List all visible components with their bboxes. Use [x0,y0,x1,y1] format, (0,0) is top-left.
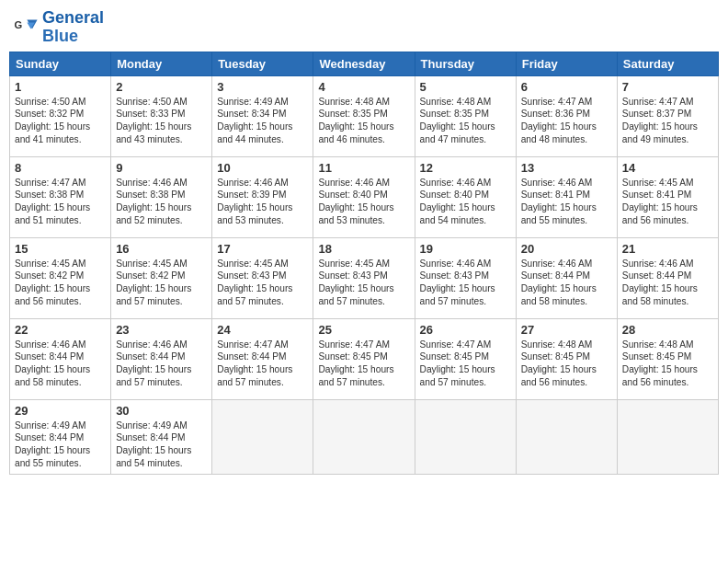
col-wednesday: Wednesday [313,52,415,75]
logo: G General Blue [13,9,104,46]
week-row-1: 1 Sunrise: 4:50 AM Sunset: 8:32 PM Dayli… [10,75,719,156]
day-info: Sunrise: 4:45 AM Sunset: 8:41 PM Dayligh… [622,177,713,227]
day-info: Sunrise: 4:46 AM Sunset: 8:40 PM Dayligh… [420,177,511,227]
day-number: 29 [15,404,106,418]
day-number: 7 [622,80,713,94]
day-info: Sunrise: 4:49 AM Sunset: 8:44 PM Dayligh… [15,419,106,470]
calendar-cell: 2 Sunrise: 4:50 AM Sunset: 8:33 PM Dayli… [111,75,212,156]
day-info: Sunrise: 4:46 AM Sunset: 8:39 PM Dayligh… [217,177,308,227]
day-number: 12 [420,161,511,175]
week-row-4: 22 Sunrise: 4:46 AM Sunset: 8:44 PM Dayl… [10,318,719,399]
calendar-cell: 15 Sunrise: 4:45 AM Sunset: 8:42 PM Dayl… [10,237,111,318]
day-number: 15 [15,242,106,256]
calendar-cell [617,399,718,474]
day-number: 18 [318,242,409,256]
calendar-cell: 18 Sunrise: 4:45 AM Sunset: 8:43 PM Dayl… [313,237,415,318]
day-number: 2 [116,80,207,94]
day-info: Sunrise: 4:47 AM Sunset: 8:38 PM Dayligh… [15,177,106,227]
week-row-2: 8 Sunrise: 4:47 AM Sunset: 8:38 PM Dayli… [10,156,719,237]
day-info: Sunrise: 4:46 AM Sunset: 8:41 PM Dayligh… [521,177,612,227]
day-info: Sunrise: 4:48 AM Sunset: 8:45 PM Dayligh… [521,339,612,389]
calendar-cell: 20 Sunrise: 4:46 AM Sunset: 8:44 PM Dayl… [516,237,617,318]
day-number: 3 [217,80,308,94]
day-info: Sunrise: 4:46 AM Sunset: 8:44 PM Dayligh… [116,339,207,389]
day-number: 1 [15,80,106,94]
day-number: 16 [116,242,207,256]
calendar-cell: 24 Sunrise: 4:47 AM Sunset: 8:44 PM Dayl… [212,318,313,399]
calendar-cell: 27 Sunrise: 4:48 AM Sunset: 8:45 PM Dayl… [516,318,617,399]
calendar-cell: 13 Sunrise: 4:46 AM Sunset: 8:41 PM Dayl… [516,156,617,237]
week-row-5: 29 Sunrise: 4:49 AM Sunset: 8:44 PM Dayl… [10,399,719,474]
calendar: Sunday Monday Tuesday Wednesday Thursday… [9,52,719,475]
day-info: Sunrise: 4:45 AM Sunset: 8:42 PM Dayligh… [15,258,106,308]
day-number: 13 [521,161,612,175]
col-friday: Friday [516,52,617,75]
day-number: 22 [15,323,106,337]
calendar-cell: 14 Sunrise: 4:45 AM Sunset: 8:41 PM Dayl… [617,156,718,237]
logo-text: General Blue [42,9,104,46]
day-number: 11 [318,161,409,175]
day-info: Sunrise: 4:46 AM Sunset: 8:44 PM Dayligh… [622,258,713,308]
day-info: Sunrise: 4:47 AM Sunset: 8:45 PM Dayligh… [318,339,409,389]
day-info: Sunrise: 4:46 AM Sunset: 8:43 PM Dayligh… [420,258,511,308]
day-number: 19 [420,242,511,256]
calendar-cell: 30 Sunrise: 4:49 AM Sunset: 8:44 PM Dayl… [111,399,212,474]
day-info: Sunrise: 4:46 AM Sunset: 8:44 PM Dayligh… [15,339,106,389]
day-info: Sunrise: 4:46 AM Sunset: 8:38 PM Dayligh… [116,177,207,227]
calendar-cell: 7 Sunrise: 4:47 AM Sunset: 8:37 PM Dayli… [617,75,718,156]
calendar-cell: 23 Sunrise: 4:46 AM Sunset: 8:44 PM Dayl… [111,318,212,399]
day-info: Sunrise: 4:47 AM Sunset: 8:37 PM Dayligh… [622,96,713,146]
day-number: 8 [15,161,106,175]
calendar-cell: 3 Sunrise: 4:49 AM Sunset: 8:34 PM Dayli… [212,75,313,156]
day-info: Sunrise: 4:50 AM Sunset: 8:32 PM Dayligh… [15,96,106,146]
calendar-cell: 29 Sunrise: 4:49 AM Sunset: 8:44 PM Dayl… [10,399,111,474]
day-number: 20 [521,242,612,256]
day-number: 21 [622,242,713,256]
day-info: Sunrise: 4:50 AM Sunset: 8:33 PM Dayligh… [116,96,207,146]
day-number: 26 [420,323,511,337]
col-tuesday: Tuesday [212,52,313,75]
day-number: 10 [217,161,308,175]
page-header: G General Blue [9,9,719,46]
calendar-cell: 11 Sunrise: 4:46 AM Sunset: 8:40 PM Dayl… [313,156,415,237]
day-number: 9 [116,161,207,175]
calendar-cell [415,399,516,474]
calendar-cell [212,399,313,474]
col-thursday: Thursday [415,52,516,75]
day-info: Sunrise: 4:49 AM Sunset: 8:34 PM Dayligh… [217,96,308,146]
day-number: 30 [116,404,207,418]
calendar-cell: 19 Sunrise: 4:46 AM Sunset: 8:43 PM Dayl… [415,237,516,318]
day-number: 28 [622,323,713,337]
calendar-cell [313,399,415,474]
day-info: Sunrise: 4:49 AM Sunset: 8:44 PM Dayligh… [116,419,207,470]
col-monday: Monday [111,52,212,75]
calendar-cell: 28 Sunrise: 4:48 AM Sunset: 8:45 PM Dayl… [617,318,718,399]
day-number: 5 [420,80,511,94]
calendar-cell: 17 Sunrise: 4:45 AM Sunset: 8:43 PM Dayl… [212,237,313,318]
calendar-cell: 12 Sunrise: 4:46 AM Sunset: 8:40 PM Dayl… [415,156,516,237]
day-number: 17 [217,242,308,256]
day-number: 23 [116,323,207,337]
day-info: Sunrise: 4:45 AM Sunset: 8:42 PM Dayligh… [116,258,207,308]
logo-icon: G [13,15,39,40]
calendar-cell: 16 Sunrise: 4:45 AM Sunset: 8:42 PM Dayl… [111,237,212,318]
calendar-cell: 6 Sunrise: 4:47 AM Sunset: 8:36 PM Dayli… [516,75,617,156]
day-info: Sunrise: 4:45 AM Sunset: 8:43 PM Dayligh… [217,258,308,308]
calendar-cell: 4 Sunrise: 4:48 AM Sunset: 8:35 PM Dayli… [313,75,415,156]
day-info: Sunrise: 4:48 AM Sunset: 8:45 PM Dayligh… [622,339,713,389]
calendar-cell: 8 Sunrise: 4:47 AM Sunset: 8:38 PM Dayli… [10,156,111,237]
day-info: Sunrise: 4:47 AM Sunset: 8:36 PM Dayligh… [521,96,612,146]
day-info: Sunrise: 4:46 AM Sunset: 8:40 PM Dayligh… [318,177,409,227]
day-number: 14 [622,161,713,175]
calendar-cell: 10 Sunrise: 4:46 AM Sunset: 8:39 PM Dayl… [212,156,313,237]
calendar-cell: 22 Sunrise: 4:46 AM Sunset: 8:44 PM Dayl… [10,318,111,399]
calendar-cell: 5 Sunrise: 4:48 AM Sunset: 8:35 PM Dayli… [415,75,516,156]
col-sunday: Sunday [10,52,111,75]
day-number: 24 [217,323,308,337]
day-info: Sunrise: 4:47 AM Sunset: 8:45 PM Dayligh… [420,339,511,389]
day-number: 25 [318,323,409,337]
calendar-cell: 9 Sunrise: 4:46 AM Sunset: 8:38 PM Dayli… [111,156,212,237]
calendar-cell: 25 Sunrise: 4:47 AM Sunset: 8:45 PM Dayl… [313,318,415,399]
col-saturday: Saturday [617,52,718,75]
day-info: Sunrise: 4:45 AM Sunset: 8:43 PM Dayligh… [318,258,409,308]
